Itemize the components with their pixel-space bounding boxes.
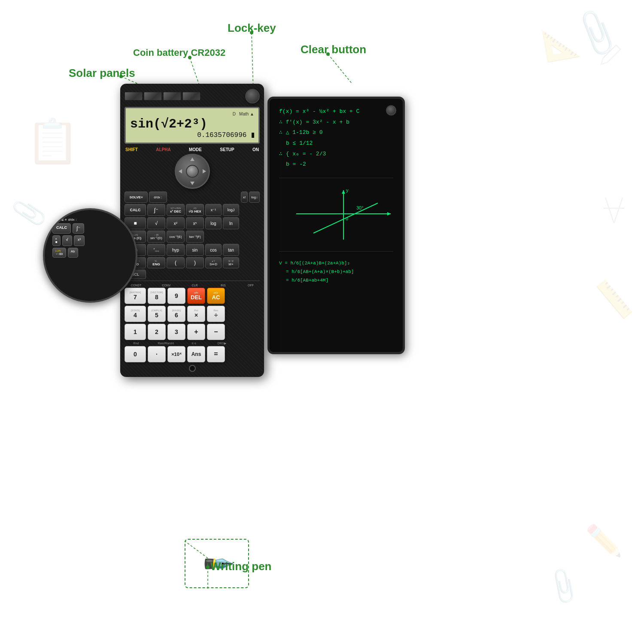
s-d-key[interactable]: ● Y S⇔D [205, 257, 222, 268]
key-5[interactable]: [CMPLX] 5 [148, 306, 166, 322]
key-6[interactable]: [BASE] 6 [167, 306, 185, 322]
xn-key[interactable]: xⁿ [186, 217, 204, 229]
key-minus[interactable]: − [207, 324, 225, 340]
annotation-solar-panels: Solar panels [69, 67, 135, 80]
m-plus-key[interactable]: M- M M+ [223, 257, 239, 268]
x-inv-key[interactable]: x⁻¹ [205, 204, 222, 216]
cos-key[interactable]: cos [205, 244, 222, 256]
sin-key[interactable]: sin [186, 244, 204, 256]
key-3[interactable]: 3 [167, 324, 185, 340]
sin-inv-key[interactable]: ←IBI sin⁻¹(D) [147, 231, 165, 243]
alpha-label: ALPHA [156, 147, 170, 152]
svg-marker-12 [342, 190, 345, 194]
svg-text:30°: 30° [356, 205, 364, 210]
log-key[interactable]: log [205, 217, 222, 229]
cos-inv-key[interactable]: cos⁻¹|E| [167, 231, 185, 243]
x-factorial-key[interactable]: x! [241, 191, 248, 203]
key-ans[interactable]: Ans [187, 346, 205, 362]
sqrt-g-key[interactable]: √G √G HEX [186, 204, 204, 216]
calculator-display: D Math ▲ sin(√2+2³) 0.1635706996 [125, 107, 260, 144]
key-0[interactable]: 0 [125, 346, 146, 362]
tan-inv-key[interactable]: tan⁻¹|F| [186, 231, 204, 243]
display-expression: sin(√2+2³) [130, 117, 254, 131]
tan-key[interactable]: tan [223, 244, 239, 256]
key-2[interactable]: 2 [148, 324, 166, 340]
key-ac[interactable]: nCr AC [207, 288, 225, 304]
svg-text:o: o [346, 216, 348, 221]
eng-key[interactable]: % , ENG [147, 257, 165, 268]
integral-key[interactable]: ∫⁻ [147, 204, 165, 216]
ln-key[interactable]: ln [223, 217, 239, 229]
key-9[interactable]: 9 [167, 288, 185, 304]
annotation-coin-battery: Coin battery CR2032 [133, 47, 225, 58]
key-del[interactable]: nPr DEL [187, 288, 205, 304]
shift-label: SHIFT [125, 147, 138, 152]
clear-button[interactable] [386, 105, 396, 115]
key-divide[interactable]: Rec ÷ [207, 306, 225, 322]
display-math-indicator: Math ▲ [239, 112, 254, 116]
key-4[interactable]: [STATI] 4 [125, 306, 146, 322]
lparen-key[interactable]: ( [167, 257, 185, 268]
log-down-key[interactable]: log↓ [249, 191, 260, 203]
svg-text:y: y [346, 188, 349, 193]
annotation-writing-pen: Writing pen [210, 560, 272, 573]
deg-key[interactable]: °,,,, [147, 244, 165, 256]
nav-center[interactable] [186, 165, 199, 178]
solar-panels [125, 92, 200, 100]
svg-line-8 [328, 54, 352, 84]
x2-key[interactable]: x² [167, 217, 185, 229]
solve-key[interactable]: SOLVE= [125, 191, 148, 203]
notepad-tablet: f(x) = x³ - ½x² + bx + C ∴ f'(x) = 3x² -… [267, 97, 405, 354]
nav-ring[interactable] [175, 154, 210, 189]
display-d-indicator: D [233, 112, 236, 116]
key-plus[interactable]: + [187, 324, 205, 340]
hyp-key[interactable]: hyp [167, 244, 185, 256]
key-exp[interactable]: ×10ˣ [167, 346, 185, 362]
on-label: ON [252, 147, 259, 152]
svg-marker-11 [387, 212, 391, 216]
sqrt-key[interactable]: √ [147, 217, 165, 229]
notepad-graph: y 30° o [279, 186, 393, 252]
notepad-lower-content: V = h/6[(2A+a)B+(2a+A)b]₂ = h/6[AB+(A+a)… [279, 259, 393, 285]
zoom-circle: SOLVE = d/dx : CALC ∫⁻ ■ ■ √ x² [43, 208, 137, 303]
x-cube-key[interactable]: 10^x BIN x³ DEC [167, 204, 185, 216]
notepad-upper-content: f(x) = x³ - ½x² + bx + C ∴ f'(x) = 3x² -… [279, 106, 393, 178]
lock-key-button[interactable] [245, 89, 260, 103]
key-1[interactable]: 1 [125, 324, 146, 340]
setup-label: SETUP [220, 147, 234, 152]
rparen-key[interactable]: ) [186, 257, 204, 268]
annotation-clear-button: Clear button [301, 43, 366, 56]
key-7[interactable]: [MATRIX] 7 [125, 288, 146, 304]
calculator-body: D Math ▲ sin(√2+2³) 0.1635706996 SHIFT A… [120, 84, 264, 377]
key-equals[interactable]: = [207, 346, 225, 362]
display-result: 0.1635706996 [130, 131, 254, 139]
fraction-key[interactable]: d/dx : [149, 191, 167, 203]
key-dot[interactable]: · [148, 346, 166, 362]
mode-label: MODE [189, 147, 202, 152]
log-j-key[interactable]: logJ [223, 204, 239, 216]
key-multiply[interactable]: Pol × [187, 306, 205, 322]
key-8[interactable]: [VECTOR] 8 [148, 288, 166, 304]
